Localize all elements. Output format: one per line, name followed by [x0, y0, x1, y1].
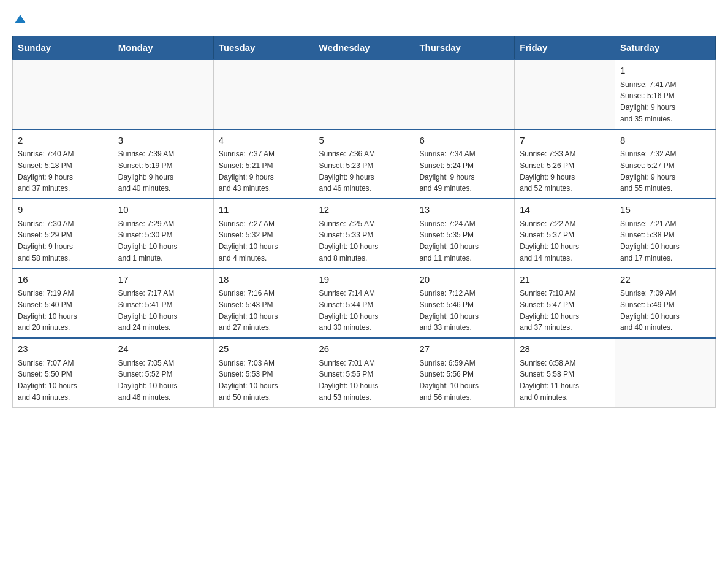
day-info: Sunrise: 7:07 AMSunset: 5:50 PMDaylight:…: [18, 359, 77, 402]
day-info: Sunrise: 7:30 AMSunset: 5:29 PMDaylight:…: [18, 220, 74, 262]
calendar-cell: 24Sunrise: 7:05 AMSunset: 5:52 PMDayligh…: [113, 338, 213, 407]
day-number: 26: [319, 342, 409, 356]
week-row-2: 2Sunrise: 7:40 AMSunset: 5:18 PMDaylight…: [13, 129, 716, 199]
calendar-cell: 10Sunrise: 7:29 AMSunset: 5:30 PMDayligh…: [113, 199, 213, 269]
day-info: Sunrise: 7:24 AMSunset: 5:35 PMDaylight:…: [419, 220, 479, 262]
calendar-cell: [515, 59, 615, 129]
week-row-4: 16Sunrise: 7:19 AMSunset: 5:40 PMDayligh…: [13, 269, 716, 339]
calendar-cell: [113, 59, 213, 129]
day-info: Sunrise: 7:32 AMSunset: 5:27 PMDaylight:…: [620, 150, 676, 193]
calendar-cell: 23Sunrise: 7:07 AMSunset: 5:50 PMDayligh…: [13, 338, 113, 407]
calendar-cell: 3Sunrise: 7:39 AMSunset: 5:19 PMDaylight…: [113, 129, 213, 199]
day-number: 8: [620, 134, 710, 148]
calendar-cell: 1Sunrise: 7:41 AMSunset: 5:16 PMDaylight…: [615, 59, 716, 129]
calendar-cell: 13Sunrise: 7:24 AMSunset: 5:35 PMDayligh…: [414, 199, 515, 269]
day-number: 9: [18, 203, 108, 217]
day-info: Sunrise: 7:36 AMSunset: 5:23 PMDaylight:…: [319, 150, 375, 193]
day-number: 27: [419, 342, 509, 356]
day-info: Sunrise: 7:05 AMSunset: 5:52 PMDaylight:…: [118, 359, 178, 402]
calendar-header-row: SundayMondayTuesdayWednesdayThursdayFrid…: [13, 36, 716, 60]
calendar-cell: 8Sunrise: 7:32 AMSunset: 5:27 PMDaylight…: [615, 129, 716, 199]
calendar-cell: 16Sunrise: 7:19 AMSunset: 5:40 PMDayligh…: [13, 269, 113, 339]
calendar-cell: 18Sunrise: 7:16 AMSunset: 5:43 PMDayligh…: [213, 269, 314, 339]
day-number: 6: [419, 134, 509, 148]
day-info: Sunrise: 7:14 AMSunset: 5:44 PMDaylight:…: [319, 289, 379, 332]
col-header-friday: Friday: [515, 36, 615, 60]
calendar-cell: 14Sunrise: 7:22 AMSunset: 5:37 PMDayligh…: [515, 199, 615, 269]
day-number: 2: [18, 134, 108, 148]
calendar-cell: 7Sunrise: 7:33 AMSunset: 5:26 PMDaylight…: [515, 129, 615, 199]
day-info: Sunrise: 7:01 AMSunset: 5:55 PMDaylight:…: [319, 359, 379, 402]
calendar-cell: 19Sunrise: 7:14 AMSunset: 5:44 PMDayligh…: [314, 269, 414, 339]
calendar-cell: [213, 59, 314, 129]
calendar-cell: 17Sunrise: 7:17 AMSunset: 5:41 PMDayligh…: [113, 269, 213, 339]
day-info: Sunrise: 7:39 AMSunset: 5:19 PMDaylight:…: [118, 150, 174, 193]
day-number: 28: [520, 342, 610, 356]
day-number: 10: [118, 203, 208, 217]
day-info: Sunrise: 7:34 AMSunset: 5:24 PMDaylight:…: [419, 150, 475, 193]
day-number: 19: [319, 273, 409, 287]
day-number: 15: [620, 203, 710, 217]
calendar-cell: 25Sunrise: 7:03 AMSunset: 5:53 PMDayligh…: [213, 338, 314, 407]
day-number: 17: [118, 273, 208, 287]
calendar-cell: [314, 59, 414, 129]
week-row-1: 1Sunrise: 7:41 AMSunset: 5:16 PMDaylight…: [13, 59, 716, 129]
calendar-cell: [615, 338, 716, 407]
day-info: Sunrise: 7:21 AMSunset: 5:38 PMDaylight:…: [620, 220, 680, 262]
day-number: 7: [520, 134, 610, 148]
col-header-thursday: Thursday: [414, 36, 515, 60]
day-number: 14: [520, 203, 610, 217]
day-info: Sunrise: 7:17 AMSunset: 5:41 PMDaylight:…: [118, 289, 178, 332]
calendar-cell: 9Sunrise: 7:30 AMSunset: 5:29 PMDaylight…: [13, 199, 113, 269]
col-header-saturday: Saturday: [615, 36, 716, 60]
day-number: 20: [419, 273, 509, 287]
day-info: Sunrise: 7:16 AMSunset: 5:43 PMDaylight:…: [219, 289, 278, 332]
day-info: Sunrise: 7:29 AMSunset: 5:30 PMDaylight:…: [118, 220, 178, 262]
day-number: 3: [118, 134, 208, 148]
day-info: Sunrise: 7:27 AMSunset: 5:32 PMDaylight:…: [219, 220, 278, 262]
day-info: Sunrise: 7:37 AMSunset: 5:21 PMDaylight:…: [219, 150, 275, 193]
week-row-3: 9Sunrise: 7:30 AMSunset: 5:29 PMDaylight…: [13, 199, 716, 269]
day-number: 22: [620, 273, 710, 287]
calendar-cell: 21Sunrise: 7:10 AMSunset: 5:47 PMDayligh…: [515, 269, 615, 339]
day-info: Sunrise: 7:12 AMSunset: 5:46 PMDaylight:…: [419, 289, 479, 332]
calendar-cell: 28Sunrise: 6:58 AMSunset: 5:58 PMDayligh…: [515, 338, 615, 407]
calendar-cell: 11Sunrise: 7:27 AMSunset: 5:32 PMDayligh…: [213, 199, 314, 269]
calendar-cell: 5Sunrise: 7:36 AMSunset: 5:23 PMDaylight…: [314, 129, 414, 199]
day-number: 13: [419, 203, 509, 217]
day-info: Sunrise: 6:59 AMSunset: 5:56 PMDaylight:…: [419, 359, 479, 402]
day-info: Sunrise: 7:22 AMSunset: 5:37 PMDaylight:…: [520, 220, 579, 262]
calendar-cell: [13, 59, 113, 129]
day-info: Sunrise: 7:10 AMSunset: 5:47 PMDaylight:…: [520, 289, 579, 332]
logo: [12, 12, 27, 26]
day-number: 18: [219, 273, 309, 287]
day-number: 25: [219, 342, 309, 356]
day-info: Sunrise: 7:09 AMSunset: 5:49 PMDaylight:…: [620, 289, 680, 332]
col-header-sunday: Sunday: [13, 36, 113, 60]
calendar-cell: 26Sunrise: 7:01 AMSunset: 5:55 PMDayligh…: [314, 338, 414, 407]
calendar-cell: 4Sunrise: 7:37 AMSunset: 5:21 PMDaylight…: [213, 129, 314, 199]
day-info: Sunrise: 7:40 AMSunset: 5:18 PMDaylight:…: [18, 150, 74, 193]
day-number: 21: [520, 273, 610, 287]
day-info: Sunrise: 7:19 AMSunset: 5:40 PMDaylight:…: [18, 289, 77, 332]
calendar-cell: 22Sunrise: 7:09 AMSunset: 5:49 PMDayligh…: [615, 269, 716, 339]
day-info: Sunrise: 7:03 AMSunset: 5:53 PMDaylight:…: [219, 359, 278, 402]
day-number: 11: [219, 203, 309, 217]
page-header: [12, 12, 716, 26]
day-info: Sunrise: 7:25 AMSunset: 5:33 PMDaylight:…: [319, 220, 379, 262]
calendar-cell: 27Sunrise: 6:59 AMSunset: 5:56 PMDayligh…: [414, 338, 515, 407]
week-row-5: 23Sunrise: 7:07 AMSunset: 5:50 PMDayligh…: [13, 338, 716, 407]
day-number: 23: [18, 342, 108, 356]
calendar-cell: 20Sunrise: 7:12 AMSunset: 5:46 PMDayligh…: [414, 269, 515, 339]
day-number: 16: [18, 273, 108, 287]
calendar-cell: [414, 59, 515, 129]
logo-arrow-icon: [13, 12, 27, 26]
svg-marker-0: [15, 15, 26, 23]
day-number: 12: [319, 203, 409, 217]
day-number: 1: [620, 64, 710, 78]
calendar-cell: 2Sunrise: 7:40 AMSunset: 5:18 PMDaylight…: [13, 129, 113, 199]
day-info: Sunrise: 6:58 AMSunset: 5:58 PMDaylight:…: [520, 359, 579, 402]
calendar-cell: 15Sunrise: 7:21 AMSunset: 5:38 PMDayligh…: [615, 199, 716, 269]
calendar-cell: 6Sunrise: 7:34 AMSunset: 5:24 PMDaylight…: [414, 129, 515, 199]
calendar-cell: 12Sunrise: 7:25 AMSunset: 5:33 PMDayligh…: [314, 199, 414, 269]
